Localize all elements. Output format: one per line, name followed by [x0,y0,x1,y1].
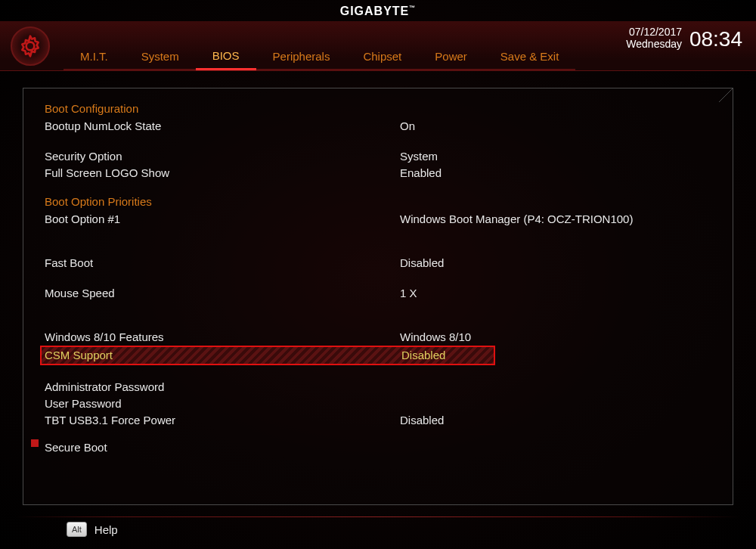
time-text: 08:34 [689,27,742,51]
row-fast-boot[interactable]: Fast Boot Disabled [45,255,711,271]
row-logo-show[interactable]: Full Screen LOGO Show Enabled [45,165,711,181]
row-secure-boot[interactable]: Secure Boot [45,439,711,456]
row-admin-password[interactable]: Administrator Password [45,379,711,395]
tab-chipset[interactable]: Chipset [346,45,418,70]
row-csm-support[interactable]: CSM Support Disabled [40,346,495,365]
brand-header: GIGABYTE™ [0,0,756,21]
tab-peripherals[interactable]: Peripherals [256,45,347,70]
tab-mit[interactable]: M.I.T. [64,45,125,70]
row-win-features[interactable]: Windows 8/10 Features Windows 8/10 [45,329,711,346]
date-text: 07/12/2017 [626,26,682,38]
footer-help: Alt Help [67,522,118,537]
tab-power[interactable]: Power [418,45,484,70]
footer-divider [15,516,741,517]
clock: 07/12/2017 Wednesday 08:34 [626,26,742,51]
settings-panel: Boot Configuration Bootup NumLock State … [23,88,733,505]
help-label[interactable]: Help [94,523,118,536]
row-user-password[interactable]: User Password [45,395,711,412]
day-text: Wednesday [626,38,682,50]
row-tbt-power[interactable]: TBT USB3.1 Force Power Disabled [45,412,711,429]
submenu-icon [31,439,39,447]
brand-logo: GIGABYTE™ [340,5,417,17]
tab-save-exit[interactable]: Save & Exit [484,45,576,70]
top-bar: M.I.T. System BIOS Peripherals Chipset P… [0,21,756,71]
row-numlock[interactable]: Bootup NumLock State On [45,118,711,135]
tab-system[interactable]: System [125,45,196,70]
alt-keycap: Alt [67,522,87,537]
tab-bios[interactable]: BIOS [196,45,256,70]
section-boot-config: Boot Configuration [45,102,711,115]
row-boot-option-1[interactable]: Boot Option #1 Windows Boot Manager (P4:… [45,211,711,228]
gear-icon [11,26,50,66]
row-mouse-speed[interactable]: Mouse Speed 1 X [45,285,711,302]
section-boot-priorities: Boot Option Priorities [45,195,711,208]
row-security-option[interactable]: Security Option System [45,148,711,165]
svg-point-0 [26,42,35,50]
